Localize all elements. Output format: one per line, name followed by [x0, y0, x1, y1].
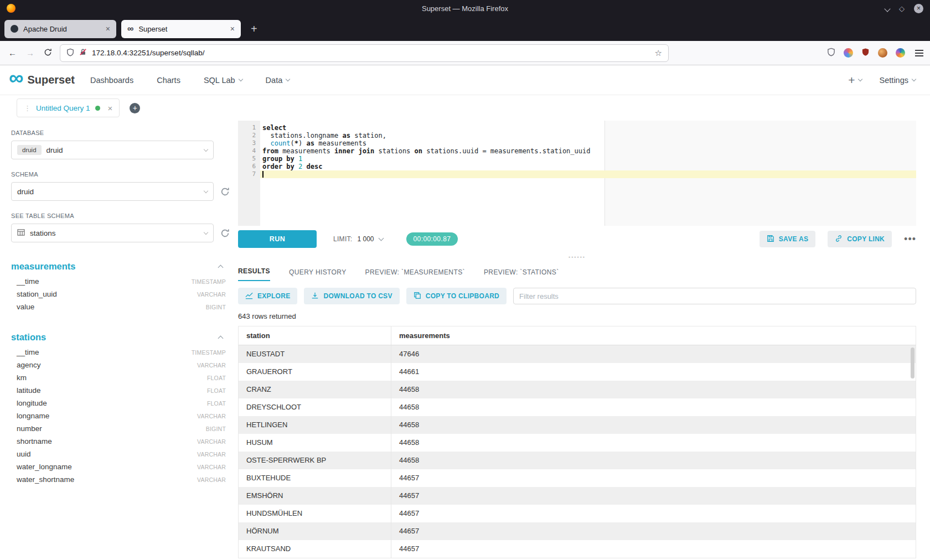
insecure-lock-icon[interactable]: [79, 48, 87, 58]
limit-dropdown[interactable]: LIMIT: 1 000: [333, 235, 383, 243]
gutter-line-number: 3: [238, 139, 256, 147]
url-bar[interactable]: 172.18.0.4:32251/superset/sqllab/ ☆: [60, 44, 669, 62]
nav-item-dashboards[interactable]: Dashboards: [90, 76, 133, 85]
superset-navbar: ∞ Superset DashboardsChartsSQL LabData +…: [0, 65, 930, 95]
more-options-icon[interactable]: •••: [904, 234, 916, 245]
rows-returned-text: 643 rows returned: [238, 312, 916, 320]
shield-icon[interactable]: [66, 48, 74, 58]
sqllab-sidebar: DATABASE druid druid SCHEMA druid SEE TA…: [0, 121, 238, 559]
filter-results-input[interactable]: [513, 288, 916, 304]
column-type: VARCHAR: [197, 291, 226, 298]
table-row: NEUSTADT47646: [239, 345, 916, 363]
download-csv-button[interactable]: DOWNLOAD TO CSV: [304, 288, 399, 304]
results-tab-preview-measurements[interactable]: PREVIEW: `MEASUREMENTS`: [365, 268, 465, 281]
browser-tab-superset[interactable]: ∞ Superset ×: [121, 20, 241, 38]
database-select[interactable]: druid druid: [11, 141, 214, 159]
new-tab-button[interactable]: +: [246, 23, 262, 34]
minimize-icon[interactable]: [885, 3, 890, 13]
save-as-label: SAVE AS: [779, 235, 808, 243]
superset-logo[interactable]: ∞ Superset: [9, 74, 75, 86]
add-query-tab-button[interactable]: +: [130, 103, 140, 113]
chevron-down-icon: [857, 77, 862, 81]
browser-tab-druid[interactable]: Apache Druid ×: [4, 20, 116, 38]
schema-table-header[interactable]: stations: [11, 332, 226, 343]
editor-gutter: 1234567: [238, 121, 260, 226]
extension-shield-icon[interactable]: [827, 48, 835, 59]
ublock-shield-icon[interactable]: [861, 48, 870, 59]
tab-close-icon[interactable]: ×: [230, 25, 235, 33]
schema-column-row: numberBIGINT: [11, 422, 226, 435]
pane-divider[interactable]: ••••••: [238, 252, 916, 262]
close-query-tab-icon[interactable]: ×: [108, 104, 113, 112]
results-tab-results[interactable]: RESULTS: [238, 267, 270, 281]
table-row: EMSHÖRN44657: [239, 487, 916, 505]
column-type: VARCHAR: [197, 451, 226, 458]
column-header-station[interactable]: station: [239, 326, 391, 345]
tab-close-icon[interactable]: ×: [106, 25, 110, 33]
column-type: BIGINT: [206, 304, 226, 310]
gutter-line-number: 6: [238, 163, 256, 170]
gutter-line-number: 1: [238, 124, 256, 132]
close-window-icon[interactable]: ×: [914, 4, 923, 13]
extension-icon[interactable]: [878, 48, 887, 58]
explore-button[interactable]: EXPLORE: [238, 288, 297, 304]
browser-tab-label: Superset: [138, 25, 167, 33]
bookmark-star-icon[interactable]: ☆: [655, 49, 662, 57]
column-header-measurements[interactable]: measurements: [391, 326, 916, 345]
schema-table-list: measurements__timeTIMESTAMPstation_uuidV…: [11, 261, 238, 486]
sql-workspace: 1234567 select stations.longname as stat…: [238, 121, 916, 559]
drag-handle-icon[interactable]: ⋮: [24, 104, 31, 112]
maximize-icon[interactable]: ◇: [899, 5, 905, 12]
editor-code-area[interactable]: select stations.longname as station, cou…: [260, 121, 916, 226]
browser-url-toolbar: ← → 172.18.0.4:32251/superset/sqllab/ ☆: [0, 41, 930, 65]
account-avatar-icon[interactable]: [844, 48, 853, 58]
table-select[interactable]: stations: [11, 224, 214, 242]
nav-item-data[interactable]: Data: [266, 76, 290, 85]
copy-icon: [414, 292, 421, 301]
database-type-badge: druid: [17, 145, 42, 155]
schema-select[interactable]: druid: [11, 182, 214, 201]
cell-station: OSTE-SPERRWERK BP: [239, 452, 391, 469]
run-button[interactable]: RUN: [238, 230, 317, 248]
cell-station: DREYSCHLOOT: [239, 398, 391, 416]
refresh-schema-icon[interactable]: [220, 187, 230, 196]
forward-icon[interactable]: →: [24, 48, 36, 58]
schema-value: druid: [17, 188, 34, 196]
column-name: __time: [17, 348, 39, 356]
download-icon: [311, 292, 319, 301]
code-line: count(*) as measurements: [260, 139, 916, 147]
scrollbar-thumb[interactable]: [911, 348, 914, 378]
cell-measurements: 44661: [391, 363, 916, 381]
schema-table-name: stations: [11, 332, 46, 343]
query-tab[interactable]: ⋮ Untitled Query 1 ×: [17, 98, 120, 117]
browser-tab-bar: Apache Druid × ∞ Superset × +: [0, 17, 930, 41]
superset-favicon-icon: ∞: [127, 24, 133, 33]
add-new-button[interactable]: +: [848, 74, 861, 86]
reload-icon[interactable]: [42, 48, 54, 58]
save-as-button[interactable]: SAVE AS: [760, 231, 815, 247]
cell-station: CRANZ: [239, 381, 391, 398]
gutter-line-number: 2: [238, 132, 256, 139]
copy-to-clipboard-button[interactable]: COPY TO CLIPBOARD: [406, 288, 507, 304]
schema-column-row: station_uuidVARCHAR: [11, 288, 226, 300]
results-tab-query-history[interactable]: QUERY HISTORY: [289, 268, 347, 281]
settings-menu[interactable]: Settings: [880, 76, 916, 85]
schema-table-header[interactable]: measurements: [11, 261, 226, 272]
sql-editor[interactable]: 1234567 select stations.longname as stat…: [238, 121, 916, 226]
column-name: agency: [17, 361, 41, 369]
results-tab-preview-stations[interactable]: PREVIEW: `STATIONS`: [484, 268, 559, 281]
nav-item-sql-lab[interactable]: SQL Lab: [204, 76, 242, 85]
hamburger-menu-icon[interactable]: [915, 50, 923, 56]
back-icon[interactable]: ←: [7, 48, 18, 58]
pinwheel-extension-icon[interactable]: [896, 48, 905, 58]
nav-item-charts[interactable]: Charts: [157, 76, 180, 85]
chevron-down-icon: [204, 230, 208, 234]
schema-table-name: measurements: [11, 261, 75, 272]
copy-link-button[interactable]: COPY LINK: [828, 231, 892, 247]
schema-label: SCHEMA: [11, 171, 238, 178]
cell-station: HUSUM: [239, 434, 391, 452]
refresh-tables-icon[interactable]: [220, 229, 230, 238]
table-row: OSTE-SPERRWERK BP44658: [239, 452, 916, 469]
schema-column-row: latitudeFLOAT: [11, 384, 226, 397]
schema-column-row: agencyVARCHAR: [11, 359, 226, 371]
